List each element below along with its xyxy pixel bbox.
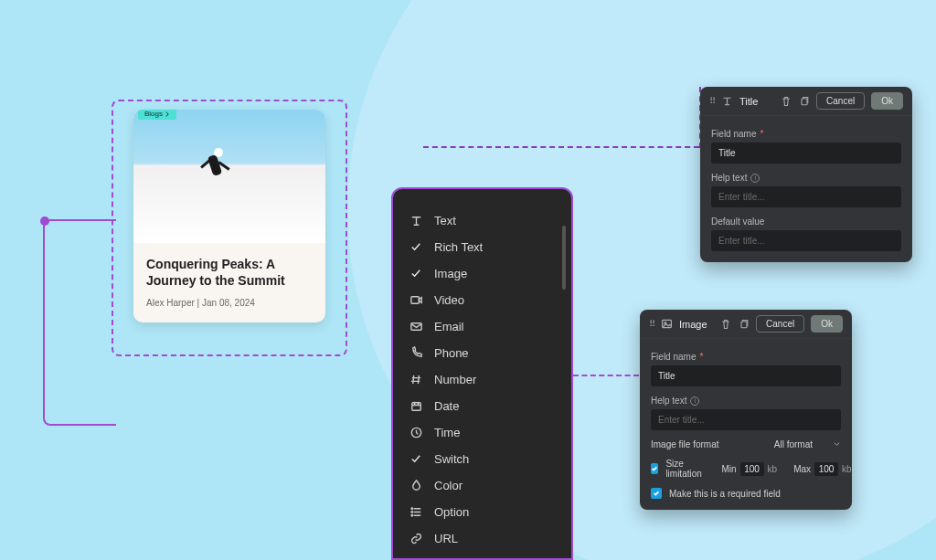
info-icon[interactable]: i xyxy=(690,396,699,406)
field-type-email[interactable]: Email xyxy=(397,313,568,340)
help-text-input[interactable] xyxy=(651,409,841,430)
image-field-panel: ⠿ Image Cancel Ok Field name* Help texti… xyxy=(640,310,852,510)
size-limit-checkbox[interactable] xyxy=(651,463,658,474)
field-name-input[interactable] xyxy=(711,143,901,164)
field-type-label: Text xyxy=(434,214,456,227)
text-icon xyxy=(721,95,733,107)
list-icon xyxy=(410,505,423,519)
panel-heading: Title xyxy=(739,96,773,107)
clock-icon xyxy=(410,426,423,439)
trash-icon[interactable] xyxy=(780,95,792,107)
check-icon xyxy=(410,452,423,466)
link-icon xyxy=(410,532,423,545)
field-type-list: TextRich TextImageVideoEmailPhoneNumberD… xyxy=(391,187,573,560)
connector-to-image xyxy=(573,375,639,376)
chevron-right-icon xyxy=(165,111,170,117)
field-type-label: URL xyxy=(434,532,458,545)
field-type-file[interactable]: File xyxy=(397,552,568,560)
field-type-video[interactable]: Video xyxy=(397,287,568,313)
field-name-input[interactable] xyxy=(651,365,841,386)
svg-point-5 xyxy=(411,512,413,513)
help-text-input[interactable] xyxy=(711,186,901,207)
max-size-input[interactable] xyxy=(814,462,838,476)
chevron-down-icon xyxy=(833,440,841,449)
blog-badge-label: Blogs xyxy=(144,110,163,118)
blog-author: Alex Harper xyxy=(146,298,195,308)
field-type-image[interactable]: Image xyxy=(397,260,568,287)
text-icon xyxy=(410,214,423,227)
field-type-color[interactable]: Color xyxy=(397,472,568,499)
check-icon xyxy=(410,267,423,280)
field-type-rich-text[interactable]: Rich Text xyxy=(397,234,568,260)
blog-card: Blogs Conquering Peaks: A Journey to the… xyxy=(133,110,325,322)
field-type-label: Video xyxy=(434,293,464,307)
field-type-switch[interactable]: Switch xyxy=(397,446,568,472)
field-type-time[interactable]: Time xyxy=(397,419,568,446)
hash-icon xyxy=(410,373,423,386)
field-type-label: Switch xyxy=(434,452,469,466)
drag-handle-icon[interactable]: ⠿ xyxy=(649,319,654,329)
field-name-label: Field name* xyxy=(651,352,841,362)
required-checkbox[interactable] xyxy=(651,488,662,499)
cancel-button[interactable]: Cancel xyxy=(816,92,865,110)
copy-icon[interactable] xyxy=(798,95,810,107)
field-type-number[interactable]: Number xyxy=(397,366,568,393)
svg-rect-2 xyxy=(412,403,420,410)
check-icon xyxy=(410,240,423,254)
image-icon xyxy=(661,318,673,330)
connector-to-title-h xyxy=(423,146,699,148)
blog-image xyxy=(133,110,325,243)
copy-icon[interactable] xyxy=(738,318,750,330)
info-icon[interactable]: i xyxy=(750,174,760,183)
svg-rect-1 xyxy=(411,323,421,331)
image-format-select[interactable]: All format xyxy=(774,439,841,449)
phone-icon xyxy=(410,346,423,360)
trash-icon[interactable] xyxy=(719,318,731,330)
video-icon xyxy=(410,293,423,307)
field-type-label: Rich Text xyxy=(434,240,483,254)
field-type-label: Image xyxy=(434,267,467,280)
field-type-label: Time xyxy=(434,426,460,439)
svg-point-6 xyxy=(411,515,413,517)
field-type-label: Option xyxy=(434,505,469,519)
calendar-icon xyxy=(410,399,423,413)
drag-handle-icon[interactable]: ⠿ xyxy=(709,96,715,106)
help-text-label: Help texti xyxy=(651,396,841,406)
field-type-label: Date xyxy=(434,399,459,413)
min-size-input[interactable] xyxy=(740,462,764,476)
svg-point-4 xyxy=(411,508,413,510)
panel-heading: Image xyxy=(679,319,713,330)
connector-left xyxy=(43,219,116,426)
ok-button[interactable]: Ok xyxy=(871,92,903,110)
field-type-label: Phone xyxy=(434,346,469,360)
field-name-label: Field name* xyxy=(711,129,901,139)
blog-meta: Alex Harper | Jan 08, 2024 xyxy=(146,298,313,308)
required-label: Make this is a required field xyxy=(669,489,781,499)
default-value-input[interactable] xyxy=(711,230,901,251)
field-type-text[interactable]: Text xyxy=(397,207,568,234)
field-type-label: Color xyxy=(434,479,463,492)
max-size: Max kb xyxy=(793,462,851,476)
mail-icon xyxy=(410,320,423,333)
help-text-label: Help texti xyxy=(711,173,901,183)
field-type-url[interactable]: URL xyxy=(397,525,568,552)
field-type-date[interactable]: Date xyxy=(397,393,568,419)
ok-button[interactable]: Ok xyxy=(811,315,843,333)
scrollbar[interactable] xyxy=(562,226,566,290)
cancel-button[interactable]: Cancel xyxy=(756,315,804,333)
size-limit-label: Size limitation xyxy=(665,459,705,479)
field-type-label: Email xyxy=(434,320,464,333)
title-field-panel: ⠿ Title Cancel Ok Field name* Help texti… xyxy=(700,87,912,262)
image-format-label: Image file format xyxy=(651,439,718,449)
default-value-label: Default value xyxy=(711,217,901,227)
svg-rect-0 xyxy=(411,297,419,304)
svg-rect-10 xyxy=(741,322,747,328)
field-type-phone[interactable]: Phone xyxy=(397,340,568,366)
field-type-option[interactable]: Option xyxy=(397,499,568,525)
svg-rect-7 xyxy=(802,99,807,105)
min-size: Min kb xyxy=(721,462,777,476)
blog-date: Jan 08, 2024 xyxy=(202,298,255,308)
field-type-label: Number xyxy=(434,373,476,386)
blog-badge[interactable]: Blogs xyxy=(138,110,176,120)
blog-title: Conquering Peaks: A Journey to the Summi… xyxy=(146,256,313,289)
